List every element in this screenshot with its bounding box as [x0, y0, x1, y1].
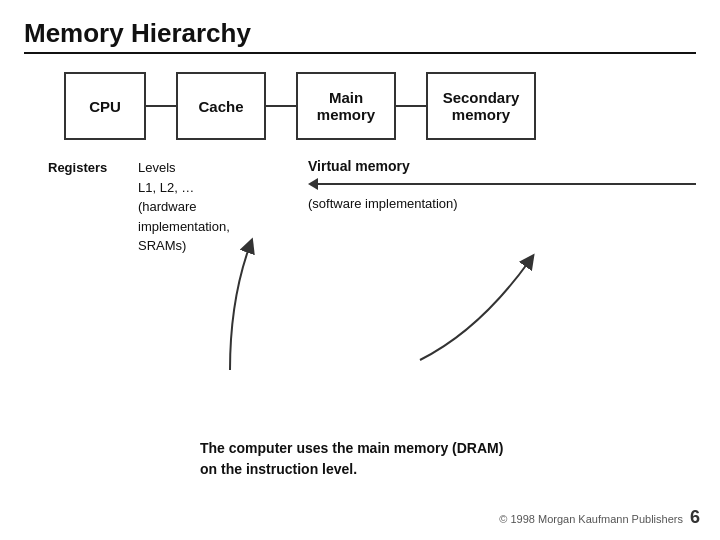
levels-block: LevelsL1, L2, …(hardwareimplementation,S…: [138, 158, 298, 256]
main-memory-box: Mainmemory: [296, 72, 396, 140]
secondary-memory-box: Secondarymemory: [426, 72, 536, 140]
arrow-line-h: [318, 183, 696, 185]
title-divider: [24, 52, 696, 54]
footer: © 1998 Morgan Kaufmann Publishers 6: [499, 507, 700, 528]
virtual-memory-label: Virtual memory: [308, 158, 696, 174]
computer-note: The computer uses the main memory (DRAM)…: [200, 438, 503, 480]
page-number: 6: [690, 507, 700, 527]
software-impl-label: (software implementation): [308, 196, 696, 211]
virtual-arrow-line: [308, 178, 696, 190]
annotations: Registers LevelsL1, L2, …(hardwareimplem…: [48, 158, 696, 256]
connector-1: [146, 105, 176, 107]
cache-box: Cache: [176, 72, 266, 140]
connector-2: [266, 105, 296, 107]
virtual-memory-area: Virtual memory (software implementation): [308, 158, 696, 211]
page-title: Memory Hierarchy: [24, 18, 696, 49]
connector-3: [396, 105, 426, 107]
secondary-memory-label: Secondarymemory: [443, 89, 520, 123]
computer-note-line2: on the instruction level.: [200, 461, 357, 477]
registers-label: Registers: [48, 158, 128, 175]
arrow-left-icon: [308, 178, 318, 190]
main-memory-label: Mainmemory: [317, 89, 375, 123]
levels-text: LevelsL1, L2, …(hardwareimplementation,S…: [138, 160, 230, 253]
page: Memory Hierarchy CPU Cache Mainmemory Se…: [0, 0, 720, 540]
title-area: Memory Hierarchy: [24, 18, 696, 54]
copyright-text: © 1998 Morgan Kaufmann Publishers: [499, 513, 683, 525]
cpu-box: CPU: [64, 72, 146, 140]
computer-note-line1: The computer uses the main memory (DRAM): [200, 440, 503, 456]
diagram-row: CPU Cache Mainmemory Secondarymemory: [64, 72, 696, 140]
